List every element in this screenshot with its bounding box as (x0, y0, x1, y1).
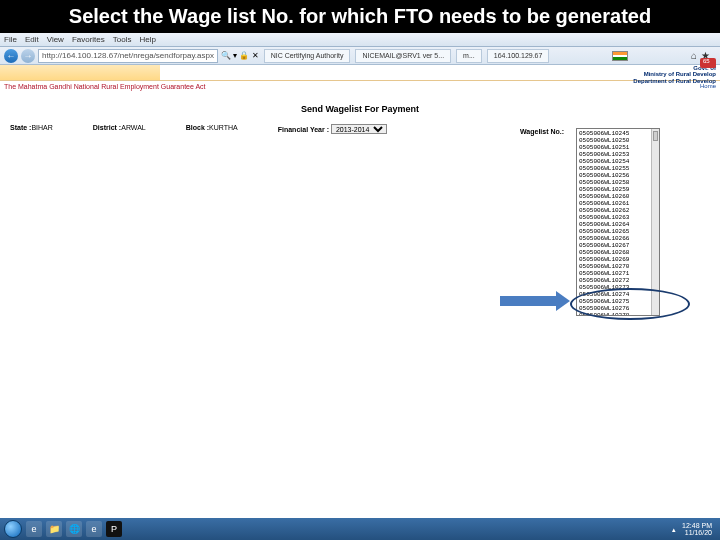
menu-edit[interactable]: Edit (25, 35, 39, 44)
wagelist-item[interactable]: 0505006WL10245 (578, 130, 658, 137)
district-label: District : (93, 124, 121, 131)
tray-caret-icon[interactable]: ▴ (672, 526, 676, 533)
callout-ellipse (570, 288, 690, 320)
url-field[interactable]: http://164.100.128.67/net/nrega/sendforp… (38, 49, 218, 63)
search-controls[interactable]: 🔍 ▾ 🔒 ✕ (221, 51, 259, 60)
gov-line2: Ministry of Rural Develop (633, 71, 716, 77)
act-title: The Mahatma Gandhi National Rural Employ… (4, 83, 206, 90)
taskbar: e 📁 🌐 e P ▴ 12:48 PM 11/16/20 (0, 518, 720, 540)
taskbar-icon-3[interactable]: 🌐 (66, 521, 82, 537)
taskbar-icon-2[interactable]: 📁 (46, 521, 62, 537)
callout-arrow (500, 296, 560, 306)
menu-help[interactable]: Help (139, 35, 155, 44)
wagelist-item[interactable]: 0505006WL10264 (578, 221, 658, 228)
content-area: Send Wagelist For Payment State :BIHAR D… (0, 92, 720, 140)
wagelist-item[interactable]: 0505006WL10263 (578, 214, 658, 221)
taskbar-icon-4[interactable]: e (86, 521, 102, 537)
wagelist-item[interactable]: 0505006WL10253 (578, 151, 658, 158)
start-button[interactable] (4, 520, 22, 538)
wagelist-item[interactable]: 0505006WL10266 (578, 235, 658, 242)
corner-badge (700, 58, 716, 68)
financial-year-select[interactable]: 2013-2014 (331, 124, 387, 134)
wagelist-label: Wagelist No.: (520, 128, 564, 135)
wagelist-item[interactable]: 0505006WL10256 (578, 172, 658, 179)
wagelist-item[interactable]: 0505006WL10268 (578, 249, 658, 256)
menu-favorites[interactable]: Favorites (72, 35, 105, 44)
menu-view[interactable]: View (47, 35, 64, 44)
system-tray[interactable]: ▴ 12:48 PM 11/16/20 (672, 522, 716, 536)
wagelist-item[interactable]: 0505006WL10262 (578, 207, 658, 214)
wagelist-item[interactable]: 0505006WL10272 (578, 277, 658, 284)
wagelist-item[interactable]: 0505006WL10254 (578, 158, 658, 165)
state-label: State : (10, 124, 31, 131)
district-value: ARWAL (121, 124, 146, 131)
wagelist-item[interactable]: 0505006WL10255 (578, 165, 658, 172)
state-value: BIHAR (31, 124, 52, 131)
india-flag-icon (612, 51, 628, 61)
wagelist-item[interactable]: 0505006WL10258 (578, 179, 658, 186)
tab-4[interactable]: 164.100.129.67 (487, 49, 550, 63)
wagelist-item[interactable]: 0505006WL10259 (578, 186, 658, 193)
forward-button[interactable]: → (21, 49, 35, 63)
tab-3[interactable]: m... (456, 49, 482, 63)
wagelist-item[interactable]: 0505006WL10250 (578, 137, 658, 144)
wagelist-item[interactable]: 0505006WL10251 (578, 144, 658, 151)
tab-2[interactable]: NICEMAIL@SRV1 ver 5... (355, 49, 451, 63)
address-bar-row: ← → http://164.100.128.67/net/nrega/send… (0, 47, 720, 65)
header-decor (0, 65, 160, 80)
taskbar-icon-5[interactable]: P (106, 521, 122, 537)
browser-menu-bar: File Edit View Favorites Tools Help (0, 33, 720, 47)
menu-tools[interactable]: Tools (113, 35, 132, 44)
wagelist-item[interactable]: 0505006WL10260 (578, 193, 658, 200)
wagelist-scrollbar[interactable] (651, 129, 659, 315)
tray-time: 12:48 PM (682, 522, 712, 529)
wagelist-item[interactable]: 0505006WL10265 (578, 228, 658, 235)
wagelist-item[interactable]: 0505006WL10270 (578, 263, 658, 270)
tab-1[interactable]: NIC Certifying Authority (264, 49, 351, 63)
tray-date: 11/16/20 (685, 529, 712, 536)
block-value: KURTHA (209, 124, 238, 131)
act-title-row: The Mahatma Gandhi National Rural Employ… (0, 81, 720, 92)
taskbar-icon-1[interactable]: e (26, 521, 42, 537)
block-label: Block : (186, 124, 209, 131)
header-strip: Govt. of Ministry of Rural Develop Depar… (0, 65, 720, 81)
menu-file[interactable]: File (4, 35, 17, 44)
page-title: Send Wagelist For Payment (10, 104, 710, 114)
wagelist-item[interactable]: 0505006WL10271 (578, 270, 658, 277)
wagelist-item[interactable]: 0505006WL10267 (578, 242, 658, 249)
scroll-thumb[interactable] (653, 131, 658, 141)
wagelist-item[interactable]: 0505006WL10261 (578, 200, 658, 207)
instruction-banner: Select the Wage list No. for which FTO n… (0, 0, 720, 33)
fy-label: Financial Year : (278, 126, 329, 133)
wagelist-item[interactable]: 0505006WL10269 (578, 256, 658, 263)
home-icon[interactable]: ⌂ (691, 50, 697, 61)
back-button[interactable]: ← (4, 49, 18, 63)
home-link[interactable]: Home (700, 83, 716, 90)
